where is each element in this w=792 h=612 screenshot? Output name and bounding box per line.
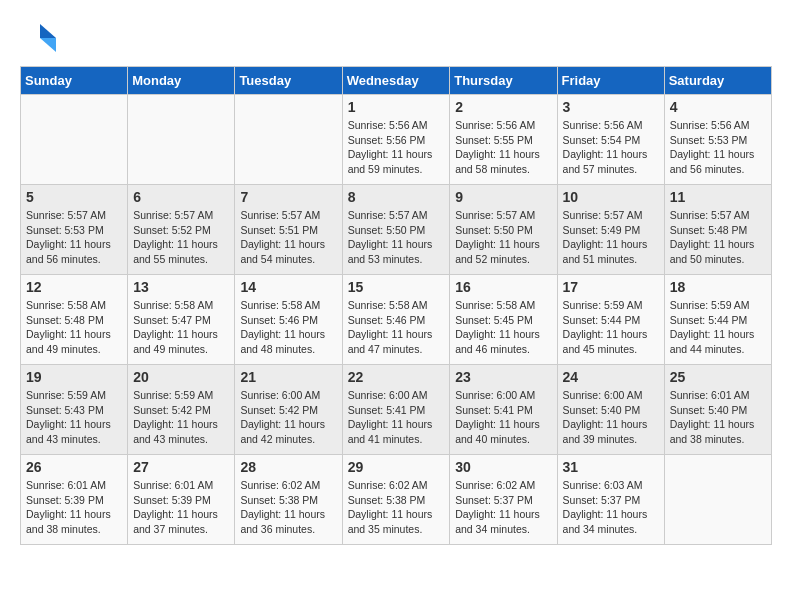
- day-info: Sunrise: 5:57 AM Sunset: 5:51 PM Dayligh…: [240, 208, 336, 267]
- calendar-cell: [664, 455, 771, 545]
- day-number: 24: [563, 369, 659, 385]
- day-info: Sunrise: 5:57 AM Sunset: 5:50 PM Dayligh…: [348, 208, 445, 267]
- day-number: 14: [240, 279, 336, 295]
- day-number: 21: [240, 369, 336, 385]
- calendar-cell: 14Sunrise: 5:58 AM Sunset: 5:46 PM Dayli…: [235, 275, 342, 365]
- calendar-cell: 11Sunrise: 5:57 AM Sunset: 5:48 PM Dayli…: [664, 185, 771, 275]
- day-info: Sunrise: 5:59 AM Sunset: 5:43 PM Dayligh…: [26, 388, 122, 447]
- day-number: 12: [26, 279, 122, 295]
- calendar-header-row: SundayMondayTuesdayWednesdayThursdayFrid…: [21, 67, 772, 95]
- day-info: Sunrise: 5:57 AM Sunset: 5:52 PM Dayligh…: [133, 208, 229, 267]
- day-number: 19: [26, 369, 122, 385]
- calendar-cell: 13Sunrise: 5:58 AM Sunset: 5:47 PM Dayli…: [128, 275, 235, 365]
- day-info: Sunrise: 5:56 AM Sunset: 5:55 PM Dayligh…: [455, 118, 551, 177]
- day-info: Sunrise: 5:58 AM Sunset: 5:46 PM Dayligh…: [240, 298, 336, 357]
- day-info: Sunrise: 5:58 AM Sunset: 5:47 PM Dayligh…: [133, 298, 229, 357]
- day-info: Sunrise: 6:00 AM Sunset: 5:42 PM Dayligh…: [240, 388, 336, 447]
- calendar-cell: [235, 95, 342, 185]
- day-number: 2: [455, 99, 551, 115]
- calendar-cell: 9Sunrise: 5:57 AM Sunset: 5:50 PM Daylig…: [450, 185, 557, 275]
- day-number: 13: [133, 279, 229, 295]
- day-header-sunday: Sunday: [21, 67, 128, 95]
- day-number: 7: [240, 189, 336, 205]
- day-number: 9: [455, 189, 551, 205]
- day-number: 10: [563, 189, 659, 205]
- day-header-monday: Monday: [128, 67, 235, 95]
- day-number: 28: [240, 459, 336, 475]
- day-info: Sunrise: 6:01 AM Sunset: 5:40 PM Dayligh…: [670, 388, 766, 447]
- day-header-friday: Friday: [557, 67, 664, 95]
- day-info: Sunrise: 6:02 AM Sunset: 5:38 PM Dayligh…: [240, 478, 336, 537]
- day-number: 3: [563, 99, 659, 115]
- day-info: Sunrise: 6:02 AM Sunset: 5:37 PM Dayligh…: [455, 478, 551, 537]
- day-info: Sunrise: 6:01 AM Sunset: 5:39 PM Dayligh…: [26, 478, 122, 537]
- day-number: 6: [133, 189, 229, 205]
- day-info: Sunrise: 6:01 AM Sunset: 5:39 PM Dayligh…: [133, 478, 229, 537]
- day-number: 29: [348, 459, 445, 475]
- calendar-cell: 8Sunrise: 5:57 AM Sunset: 5:50 PM Daylig…: [342, 185, 450, 275]
- day-info: Sunrise: 5:59 AM Sunset: 5:44 PM Dayligh…: [563, 298, 659, 357]
- day-info: Sunrise: 5:56 AM Sunset: 5:54 PM Dayligh…: [563, 118, 659, 177]
- day-info: Sunrise: 6:00 AM Sunset: 5:41 PM Dayligh…: [455, 388, 551, 447]
- day-number: 8: [348, 189, 445, 205]
- calendar-table: SundayMondayTuesdayWednesdayThursdayFrid…: [20, 66, 772, 545]
- calendar-week-2: 12Sunrise: 5:58 AM Sunset: 5:48 PM Dayli…: [21, 275, 772, 365]
- day-info: Sunrise: 5:57 AM Sunset: 5:49 PM Dayligh…: [563, 208, 659, 267]
- logo: [20, 20, 62, 56]
- calendar-cell: 5Sunrise: 5:57 AM Sunset: 5:53 PM Daylig…: [21, 185, 128, 275]
- day-info: Sunrise: 5:56 AM Sunset: 5:56 PM Dayligh…: [348, 118, 445, 177]
- day-number: 17: [563, 279, 659, 295]
- day-info: Sunrise: 6:03 AM Sunset: 5:37 PM Dayligh…: [563, 478, 659, 537]
- calendar-week-3: 19Sunrise: 5:59 AM Sunset: 5:43 PM Dayli…: [21, 365, 772, 455]
- calendar-cell: 18Sunrise: 5:59 AM Sunset: 5:44 PM Dayli…: [664, 275, 771, 365]
- day-number: 5: [26, 189, 122, 205]
- calendar-week-1: 5Sunrise: 5:57 AM Sunset: 5:53 PM Daylig…: [21, 185, 772, 275]
- calendar-cell: 3Sunrise: 5:56 AM Sunset: 5:54 PM Daylig…: [557, 95, 664, 185]
- calendar-cell: 17Sunrise: 5:59 AM Sunset: 5:44 PM Dayli…: [557, 275, 664, 365]
- calendar-cell: 25Sunrise: 6:01 AM Sunset: 5:40 PM Dayli…: [664, 365, 771, 455]
- calendar-cell: 4Sunrise: 5:56 AM Sunset: 5:53 PM Daylig…: [664, 95, 771, 185]
- calendar-cell: 26Sunrise: 6:01 AM Sunset: 5:39 PM Dayli…: [21, 455, 128, 545]
- day-number: 20: [133, 369, 229, 385]
- calendar-cell: 30Sunrise: 6:02 AM Sunset: 5:37 PM Dayli…: [450, 455, 557, 545]
- day-number: 23: [455, 369, 551, 385]
- calendar-cell: 16Sunrise: 5:58 AM Sunset: 5:45 PM Dayli…: [450, 275, 557, 365]
- day-header-wednesday: Wednesday: [342, 67, 450, 95]
- day-number: 26: [26, 459, 122, 475]
- calendar-week-4: 26Sunrise: 6:01 AM Sunset: 5:39 PM Dayli…: [21, 455, 772, 545]
- calendar-cell: 10Sunrise: 5:57 AM Sunset: 5:49 PM Dayli…: [557, 185, 664, 275]
- calendar-cell: 24Sunrise: 6:00 AM Sunset: 5:40 PM Dayli…: [557, 365, 664, 455]
- day-info: Sunrise: 5:56 AM Sunset: 5:53 PM Dayligh…: [670, 118, 766, 177]
- day-number: 27: [133, 459, 229, 475]
- day-number: 1: [348, 99, 445, 115]
- day-number: 31: [563, 459, 659, 475]
- day-info: Sunrise: 5:58 AM Sunset: 5:48 PM Dayligh…: [26, 298, 122, 357]
- day-number: 15: [348, 279, 445, 295]
- day-header-saturday: Saturday: [664, 67, 771, 95]
- calendar-cell: 1Sunrise: 5:56 AM Sunset: 5:56 PM Daylig…: [342, 95, 450, 185]
- day-info: Sunrise: 6:00 AM Sunset: 5:41 PM Dayligh…: [348, 388, 445, 447]
- day-info: Sunrise: 5:59 AM Sunset: 5:44 PM Dayligh…: [670, 298, 766, 357]
- page-header: [20, 20, 772, 56]
- day-number: 25: [670, 369, 766, 385]
- calendar-cell: 15Sunrise: 5:58 AM Sunset: 5:46 PM Dayli…: [342, 275, 450, 365]
- day-number: 18: [670, 279, 766, 295]
- day-number: 22: [348, 369, 445, 385]
- day-info: Sunrise: 6:00 AM Sunset: 5:40 PM Dayligh…: [563, 388, 659, 447]
- day-info: Sunrise: 5:57 AM Sunset: 5:48 PM Dayligh…: [670, 208, 766, 267]
- calendar-cell: 31Sunrise: 6:03 AM Sunset: 5:37 PM Dayli…: [557, 455, 664, 545]
- day-info: Sunrise: 5:57 AM Sunset: 5:53 PM Dayligh…: [26, 208, 122, 267]
- day-info: Sunrise: 5:58 AM Sunset: 5:45 PM Dayligh…: [455, 298, 551, 357]
- day-number: 11: [670, 189, 766, 205]
- day-info: Sunrise: 5:57 AM Sunset: 5:50 PM Dayligh…: [455, 208, 551, 267]
- day-header-tuesday: Tuesday: [235, 67, 342, 95]
- day-info: Sunrise: 5:58 AM Sunset: 5:46 PM Dayligh…: [348, 298, 445, 357]
- calendar-cell: 2Sunrise: 5:56 AM Sunset: 5:55 PM Daylig…: [450, 95, 557, 185]
- logo-icon: [20, 20, 56, 56]
- calendar-cell: 7Sunrise: 5:57 AM Sunset: 5:51 PM Daylig…: [235, 185, 342, 275]
- day-header-thursday: Thursday: [450, 67, 557, 95]
- calendar-cell: 28Sunrise: 6:02 AM Sunset: 5:38 PM Dayli…: [235, 455, 342, 545]
- day-info: Sunrise: 6:02 AM Sunset: 5:38 PM Dayligh…: [348, 478, 445, 537]
- calendar-cell: 19Sunrise: 5:59 AM Sunset: 5:43 PM Dayli…: [21, 365, 128, 455]
- calendar-cell: 20Sunrise: 5:59 AM Sunset: 5:42 PM Dayli…: [128, 365, 235, 455]
